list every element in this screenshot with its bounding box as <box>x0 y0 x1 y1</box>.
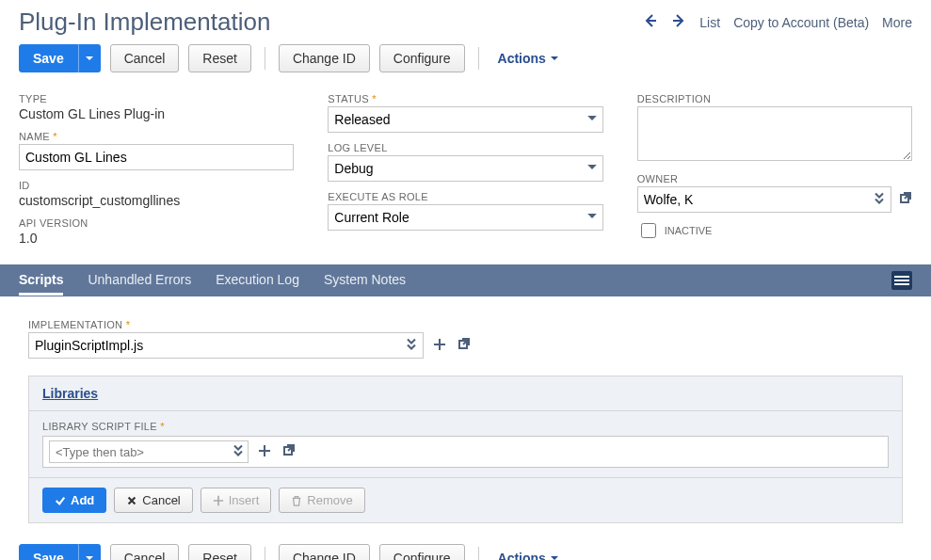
execute-as-role-label: EXECUTE AS ROLE <box>328 191 602 202</box>
plus-icon <box>213 495 224 506</box>
chevron-double-icon <box>232 444 245 460</box>
type-value: Custom GL Lines Plug-in <box>19 106 294 121</box>
library-remove-label: Remove <box>307 493 352 507</box>
save-dropdown-caret-footer[interactable] <box>78 544 101 560</box>
implementation-popout-icon[interactable] <box>456 337 471 355</box>
actions-label-footer: Actions <box>498 551 546 560</box>
execute-as-role-select[interactable] <box>328 204 602 231</box>
owner-label: OWNER <box>637 173 912 184</box>
type-label: TYPE <box>19 93 294 104</box>
cancel-button-footer[interactable]: Cancel <box>110 544 180 560</box>
status-label: STATUS <box>328 93 602 104</box>
actions-dropdown-footer[interactable]: Actions <box>498 551 559 560</box>
loglevel-label: LOG LEVEL <box>328 142 602 153</box>
save-button[interactable]: Save <box>19 44 78 72</box>
save-dropdown-caret[interactable] <box>78 44 101 72</box>
cancel-button[interactable]: Cancel <box>110 44 180 72</box>
library-insert-button: Insert <box>201 488 272 513</box>
implementation-select[interactable] <box>28 332 424 359</box>
library-row <box>42 436 889 468</box>
tab-system-notes[interactable]: System Notes <box>324 266 406 296</box>
owner-popout-icon[interactable] <box>897 191 912 209</box>
library-cancel-label: Cancel <box>142 493 180 507</box>
api-version-label: API VERSION <box>19 217 294 229</box>
save-button-footer[interactable]: Save <box>19 544 78 560</box>
reset-button-footer[interactable]: Reset <box>188 544 251 560</box>
library-popout-icon[interactable] <box>281 443 296 461</box>
toolbar-divider <box>265 47 265 70</box>
library-add-icon[interactable] <box>258 444 271 460</box>
tab-execution-log[interactable]: Execution Log <box>216 266 299 296</box>
implementation-label: IMPLEMENTATION <box>28 319 903 330</box>
change-id-button-footer[interactable]: Change ID <box>279 544 370 560</box>
toolbar-divider <box>265 547 265 560</box>
trash-icon <box>291 495 302 506</box>
chevron-double-icon <box>405 338 418 354</box>
inactive-label: INACTIVE <box>665 225 713 236</box>
library-remove-button: Remove <box>279 488 364 513</box>
api-version-value: 1.0 <box>19 231 294 246</box>
page-title: Plug-In Implementation <box>19 8 270 37</box>
library-script-file-label: LIBRARY SCRIPT FILE <box>42 421 889 432</box>
implementation-add-icon[interactable] <box>433 338 446 354</box>
status-select[interactable] <box>328 106 602 133</box>
name-input[interactable] <box>19 144 294 170</box>
save-split-button[interactable]: Save <box>19 44 101 72</box>
chevron-double-icon <box>873 192 886 208</box>
check-icon <box>55 495 66 506</box>
x-icon <box>126 495 137 506</box>
library-add-label: Add <box>71 493 94 507</box>
save-split-button-footer[interactable]: Save <box>19 544 101 560</box>
loglevel-select[interactable] <box>328 155 602 182</box>
id-label: ID <box>19 180 294 191</box>
configure-button[interactable]: Configure <box>379 44 465 72</box>
actions-label: Actions <box>498 51 546 66</box>
configure-button-footer[interactable]: Configure <box>379 544 465 560</box>
change-id-button[interactable]: Change ID <box>279 44 370 72</box>
libraries-title[interactable]: Libraries <box>42 386 98 401</box>
library-insert-label: Insert <box>229 493 260 507</box>
inactive-checkbox[interactable] <box>641 223 656 238</box>
tab-scripts[interactable]: Scripts <box>19 266 63 296</box>
library-add-button[interactable]: Add <box>42 488 106 513</box>
tab-unhandled-errors[interactable]: Unhandled Errors <box>88 266 191 296</box>
more-link[interactable]: More <box>882 15 912 30</box>
name-label: NAME <box>19 131 294 142</box>
reset-button[interactable]: Reset <box>188 44 251 72</box>
library-script-file-input[interactable] <box>49 440 249 463</box>
forward-arrow-icon[interactable] <box>671 13 686 31</box>
list-link[interactable]: List <box>699 15 720 30</box>
toolbar-divider <box>478 547 479 560</box>
id-value: customscript_customgllines <box>19 193 294 208</box>
owner-select[interactable] <box>637 186 891 213</box>
actions-dropdown[interactable]: Actions <box>498 51 559 66</box>
description-textarea[interactable] <box>637 106 912 161</box>
view-toggle-icon[interactable] <box>891 271 912 290</box>
back-arrow-icon[interactable] <box>643 13 658 31</box>
library-cancel-button[interactable]: Cancel <box>114 488 192 513</box>
description-label: DESCRIPTION <box>637 93 912 104</box>
toolbar-divider <box>478 47 479 70</box>
copy-to-account-link[interactable]: Copy to Account (Beta) <box>733 15 869 30</box>
